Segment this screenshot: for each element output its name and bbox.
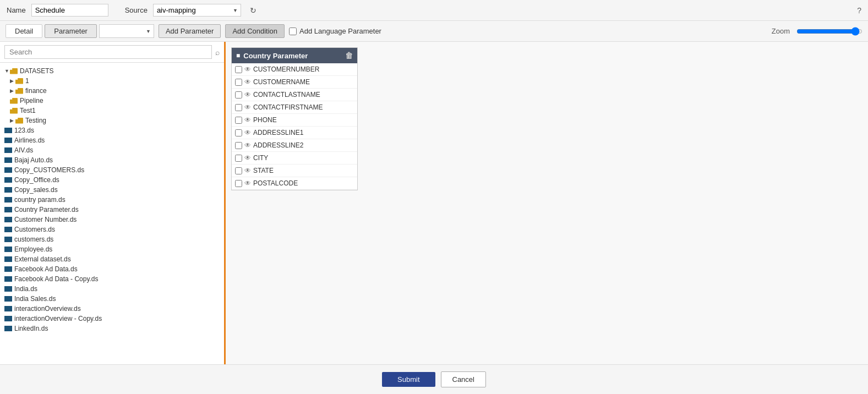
field-checkbox-customernumber[interactable] — [235, 66, 242, 73]
add-language-checkbox[interactable] — [289, 28, 297, 35]
tree-item-label: LinkedIn.ds — [14, 325, 48, 332]
param-card-title: Country Parameter — [243, 52, 308, 60]
dataset-icon — [4, 217, 12, 222]
eye-icon[interactable]: 👁 — [244, 154, 251, 162]
field-checkbox-contactlastname[interactable] — [235, 91, 242, 98]
search-icon[interactable]: ⌕ — [215, 48, 220, 57]
help-icon[interactable]: ? — [857, 6, 861, 15]
field-name: STATE — [253, 167, 274, 174]
dataset-icon — [4, 197, 12, 203]
tree-item-label: Bajaj Auto.ds — [14, 156, 53, 164]
eye-icon[interactable]: 👁 — [244, 167, 251, 174]
search-input[interactable] — [4, 45, 212, 59]
dataset-icon — [4, 306, 12, 311]
tree-item-label: External dataset.ds — [14, 255, 71, 263]
main-panel: ■ Country Parameter 🗑 👁 CUSTOMERNUMBER 👁 — [226, 42, 868, 364]
dataset-icon — [4, 276, 12, 282]
list-item[interactable]: Facebook Ad Data.ds — [2, 264, 222, 274]
list-item[interactable]: Customer Number.ds — [2, 215, 222, 225]
eye-icon[interactable]: 👁 — [244, 116, 251, 124]
eye-icon[interactable]: 👁 — [244, 141, 251, 149]
list-item[interactable]: ▶ Testing — [2, 116, 222, 125]
chevron-right-icon: ▶ — [10, 118, 15, 123]
field-checkbox-postalcode[interactable] — [235, 180, 242, 187]
add-condition-button[interactable]: Add Condition — [225, 24, 285, 38]
list-item[interactable]: Copy_CUSTOMERS.ds — [2, 165, 222, 175]
list-item[interactable]: Facebook Ad Data - Copy.ds — [2, 274, 222, 284]
tree-item-label: Facebook Ad Data - Copy.ds — [14, 275, 99, 283]
left-panel: ⌕ ▼ DATASETS ▶ 1 ▶ fi — [0, 42, 226, 364]
add-language-label: Add Language Parameter — [299, 27, 381, 35]
list-item[interactable]: India.ds — [2, 284, 222, 294]
eye-icon[interactable]: 👁 — [244, 129, 251, 136]
dataset-icon — [4, 187, 12, 193]
eye-icon[interactable]: 👁 — [244, 91, 251, 98]
tree-root[interactable]: ▼ DATASETS — [2, 66, 222, 76]
chevron-right-icon: ▶ — [10, 78, 15, 84]
cancel-button[interactable]: Cancel — [441, 371, 486, 387]
dataset-icon — [4, 296, 12, 302]
tree-item-label: interactionOverview - Copy.ds — [14, 315, 102, 322]
submit-button[interactable]: Submit — [382, 372, 435, 387]
refresh-icon[interactable]: ↻ — [250, 6, 256, 15]
tree-item-label: Pipeline — [20, 97, 43, 105]
tree-item-label: country param.ds — [14, 196, 65, 204]
field-name: CUSTOMERNAME — [253, 78, 310, 86]
param-delete-icon[interactable]: 🗑 — [345, 51, 353, 60]
list-item[interactable]: ▶ Test1 — [2, 106, 222, 116]
tree-item-label: Copy_Office.ds — [14, 176, 59, 184]
field-checkbox-phone[interactable] — [235, 117, 242, 124]
param-field-item: 👁 ADDRESSLINE1 — [232, 127, 357, 139]
tree-item-label: India Sales.ds — [14, 295, 56, 303]
list-item[interactable]: Copy_Office.ds — [2, 175, 222, 185]
dataset-icon — [4, 177, 12, 183]
list-item[interactable]: Country Parameter.ds — [2, 205, 222, 215]
list-item[interactable]: ▶ Pipeline — [2, 96, 222, 106]
source-select-wrapper: aiv-mapping mapping1 mapping2 — [153, 4, 241, 17]
tree-item-label: Customers.ds — [14, 226, 55, 233]
tab-dropdown[interactable] — [99, 24, 154, 38]
eye-icon[interactable]: 👁 — [244, 103, 251, 111]
eye-icon[interactable]: 👁 — [244, 65, 251, 73]
field-checkbox-addressline1[interactable] — [235, 129, 242, 136]
zoom-slider[interactable] — [796, 27, 862, 36]
field-checkbox-state[interactable] — [235, 167, 242, 174]
list-item[interactable]: LinkedIn.ds — [2, 324, 222, 333]
list-item[interactable]: Bajaj Auto.ds — [2, 155, 222, 165]
tree-item-label: Employee.ds — [14, 245, 52, 253]
name-input[interactable] — [31, 4, 108, 17]
list-item[interactable]: ▶ 1 — [2, 76, 222, 86]
list-item[interactable]: AIV.ds — [2, 145, 222, 155]
toolbar: Detail Parameter Add Parameter Add Condi… — [0, 21, 868, 42]
list-item[interactable]: interactionOverview - Copy.ds — [2, 314, 222, 324]
list-item[interactable]: Customers.ds — [2, 225, 222, 234]
source-select[interactable]: aiv-mapping mapping1 mapping2 — [153, 4, 241, 17]
field-name: ADDRESSLINE2 — [253, 141, 303, 149]
eye-icon[interactable]: 👁 — [244, 78, 251, 86]
list-item[interactable]: ▶ finance — [2, 86, 222, 96]
field-checkbox-contactfirstname[interactable] — [235, 104, 242, 111]
list-item[interactable]: Airlines.ds — [2, 135, 222, 145]
tree-container[interactable]: ▼ DATASETS ▶ 1 ▶ finance ▶ — [0, 63, 224, 364]
list-item[interactable]: country param.ds — [2, 195, 222, 205]
content-area: ⌕ ▼ DATASETS ▶ 1 ▶ fi — [0, 42, 868, 364]
field-checkbox-customername[interactable] — [235, 79, 242, 86]
add-language-wrapper: Add Language Parameter — [289, 27, 381, 35]
field-name: CUSTOMERNUMBER — [253, 65, 319, 73]
list-item[interactable]: interactionOverview.ds — [2, 304, 222, 314]
param-field-item: 👁 CONTACTLASTNAME — [232, 89, 357, 101]
add-parameter-button[interactable]: Add Parameter — [159, 24, 221, 38]
list-item[interactable]: Copy_sales.ds — [2, 185, 222, 195]
list-item[interactable]: External dataset.ds — [2, 254, 222, 264]
field-checkbox-city[interactable] — [235, 155, 242, 162]
list-item[interactable]: customers.ds — [2, 234, 222, 244]
field-checkbox-addressline2[interactable] — [235, 142, 242, 149]
detail-tab[interactable]: Detail — [6, 24, 42, 38]
list-item[interactable]: Employee.ds — [2, 244, 222, 254]
zoom-label: Zoom — [772, 27, 790, 35]
list-item[interactable]: India Sales.ds — [2, 294, 222, 304]
eye-icon[interactable]: 👁 — [244, 179, 251, 187]
param-field-item: 👁 ADDRESSLINE2 — [232, 139, 357, 152]
parameter-tab[interactable]: Parameter — [45, 24, 97, 38]
list-item[interactable]: 123.ds — [2, 125, 222, 135]
